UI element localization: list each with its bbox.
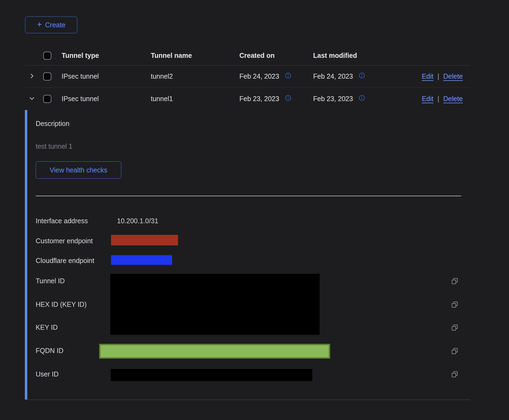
column-header-created-on: Created on [239,52,313,59]
last-modified-value: Feb 23, 2023 [313,95,353,103]
select-all-cell [43,52,62,60]
user-id-label: User ID [36,370,59,378]
column-header-tunnel-name: Tunnel name [151,52,239,59]
row-actions-cell: Edit | Delete [394,72,470,80]
action-separator: | [437,72,439,80]
table-row-tunnel1: IPsec tunnel tunnel1 Feb 23, 2023 Feb 23… [25,88,470,110]
fqdn-id-label: FQDN ID [36,347,63,355]
tunnel-type-value: IPsec tunnel [62,72,151,80]
cloudflare-endpoint-redacted-value [111,255,172,265]
tunnel-type-value: IPsec tunnel [62,95,151,103]
copy-icon [451,305,458,309]
customer-endpoint-redacted-value [111,235,178,245]
action-separator: | [437,95,439,103]
select-all-checkbox[interactable] [43,52,51,60]
copy-icon [451,328,458,332]
row-checkbox-cell [43,72,62,81]
cloudflare-endpoint-label: Cloudflare endpoint [36,257,94,265]
interface-address-value: 10.200.1.0/31 [117,217,158,225]
tunnel-name-value: tunnel1 [151,95,239,103]
created-on-value: Feb 23, 2023 [239,95,279,103]
collapse-row-button[interactable] [29,95,35,102]
copy-icon [451,352,458,356]
key-id-label: KEY ID [36,324,58,331]
hex-id-label: HEX ID (KEY ID) [36,301,86,308]
customer-endpoint-label: Customer endpoint [36,237,93,245]
delete-link[interactable]: Delete [443,72,463,80]
info-icon[interactable] [285,95,291,103]
create-button-label: Create [45,21,65,29]
row-checkbox[interactable] [43,72,51,81]
copy-icon [451,282,458,286]
expand-cell [25,95,43,102]
tunnel-name-value: tunnel2 [151,72,239,80]
copy-fqdn-id-button[interactable] [451,347,459,355]
last-modified-cell: Feb 24, 2023 [313,72,394,80]
chevron-right-icon [29,73,35,80]
description-value: test tunnel 1 [36,142,72,150]
plus-icon: + [37,20,42,29]
view-health-checks-button[interactable]: View health checks [36,161,121,179]
tunnel-id-label: Tunnel ID [36,277,65,285]
ids-redacted-value-block [110,274,320,335]
copy-hex-id-button[interactable] [451,301,459,309]
row-checkbox[interactable] [43,95,51,103]
detail-divider [36,196,461,196]
last-modified-cell: Feb 23, 2023 [313,95,394,103]
edit-link[interactable]: Edit [422,72,433,80]
column-header-tunnel-type: Tunnel type [62,52,151,59]
copy-key-id-button[interactable] [451,324,459,332]
user-id-redacted-value [111,369,312,381]
expanded-row-accent-bar [25,110,27,399]
description-label: Description [36,120,69,128]
create-button[interactable]: + Create [25,16,77,33]
info-icon[interactable] [359,72,365,80]
fqdn-id-redacted-value [99,344,330,359]
created-on-value: Feb 24, 2023 [239,72,279,80]
expand-cell [25,73,43,80]
copy-user-id-button[interactable] [451,371,459,379]
edit-link[interactable]: Edit [422,95,433,103]
table-bottom-divider [25,399,470,400]
created-on-cell: Feb 24, 2023 [239,72,313,80]
row-actions-cell: Edit | Delete [394,95,470,103]
copy-icon [451,375,458,379]
table-header-row: Tunnel type Tunnel name Created on Last … [25,46,470,65]
column-header-last-modified: Last modified [313,52,394,59]
chevron-down-icon [29,95,35,102]
row-checkbox-cell [43,95,62,103]
created-on-cell: Feb 23, 2023 [239,95,313,103]
info-icon[interactable] [359,95,365,103]
expand-row-button[interactable] [29,73,35,80]
copy-tunnel-id-button[interactable] [451,277,459,285]
table-row-tunnel2: IPsec tunnel tunnel2 Feb 24, 2023 Feb 24… [25,65,470,88]
last-modified-value: Feb 24, 2023 [313,72,353,80]
info-icon[interactable] [285,72,291,80]
tunnels-page: + Create Tunnel type Tunnel name Created… [0,0,509,420]
delete-link[interactable]: Delete [443,95,463,103]
interface-address-label: Interface address [36,217,88,225]
